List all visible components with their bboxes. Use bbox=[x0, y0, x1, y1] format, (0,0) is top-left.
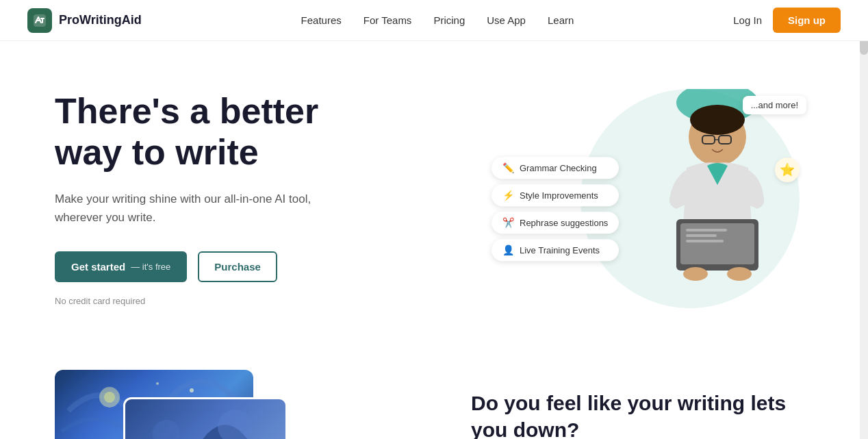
painting-overlay bbox=[123, 397, 288, 439]
svg-point-13 bbox=[727, 267, 752, 281]
hero-section: There's a better way to write Make your … bbox=[0, 41, 868, 342]
svg-rect-11 bbox=[686, 240, 724, 242]
scrollbar-track[interactable] bbox=[860, 0, 868, 439]
more-bubble: ...and more! bbox=[743, 96, 806, 114]
logo-area[interactable]: ProWritingAid bbox=[27, 8, 142, 33]
hero-right: ...and more! ⭐ ✏️ Grammar Checking ⚡ Sty… bbox=[485, 82, 813, 315]
svg-point-15 bbox=[104, 392, 115, 403]
second-section: My idea in my head Do you feel like your… bbox=[0, 342, 868, 439]
person-illustration bbox=[635, 89, 772, 308]
nav-right: Log In Sign up bbox=[733, 8, 841, 33]
navbar: ProWritingAid Features For Teams Pricing… bbox=[0, 0, 868, 41]
feature-card-grammar: ✏️ Grammar Checking bbox=[492, 157, 619, 179]
hero-left: There's a better way to write Make your … bbox=[55, 91, 438, 306]
nav-pricing[interactable]: Pricing bbox=[433, 14, 465, 26]
feature-cards: ✏️ Grammar Checking ⚡ Style Improvements… bbox=[492, 157, 619, 261]
svg-point-20 bbox=[218, 410, 252, 439]
hero-buttons: Get started — it's free Purchase bbox=[55, 251, 438, 282]
svg-point-18 bbox=[156, 382, 159, 385]
purchase-button[interactable]: Purchase bbox=[198, 251, 277, 282]
nav-for-teams[interactable]: For Teams bbox=[363, 14, 412, 26]
grammar-icon: ✏️ bbox=[502, 162, 514, 173]
feature-card-style: ⚡ Style Improvements bbox=[492, 184, 619, 206]
logo-icon bbox=[27, 8, 52, 33]
training-icon: 👤 bbox=[502, 244, 514, 255]
nav-use-app[interactable]: Use App bbox=[487, 14, 526, 26]
svg-point-3 bbox=[690, 105, 745, 135]
feature-card-training: 👤 Live Training Events bbox=[492, 239, 619, 261]
style-icon: ⚡ bbox=[502, 190, 514, 201]
svg-rect-10 bbox=[686, 234, 717, 237]
hero-subtitle: Make your writing shine with our all-in-… bbox=[55, 190, 329, 227]
nav-learn[interactable]: Learn bbox=[548, 14, 574, 26]
login-link[interactable]: Log In bbox=[733, 14, 762, 26]
svg-point-16 bbox=[190, 388, 194, 392]
second-left: My idea in my head bbox=[55, 370, 383, 439]
get-started-button[interactable]: Get started — it's free bbox=[55, 251, 187, 282]
nav-links: Features For Teams Pricing Use App Learn bbox=[301, 14, 574, 27]
nav-features[interactable]: Features bbox=[301, 14, 342, 26]
feature-card-rephrase: ✂️ Rephrase suggestions bbox=[492, 212, 619, 234]
svg-rect-9 bbox=[686, 229, 727, 231]
signup-button[interactable]: Sign up bbox=[773, 8, 841, 33]
second-right: Do you feel like your writing lets you d… bbox=[471, 390, 813, 439]
star-badge: ⭐ bbox=[775, 158, 800, 182]
hero-title: There's a better way to write bbox=[55, 91, 438, 173]
second-section-title: Do you feel like your writing lets you d… bbox=[471, 390, 813, 439]
rephrase-icon: ✂️ bbox=[502, 217, 514, 228]
no-credit-text: No credit card required bbox=[55, 296, 438, 306]
svg-point-19 bbox=[153, 420, 180, 439]
svg-point-12 bbox=[683, 267, 708, 281]
image-stack: My idea in my head bbox=[55, 370, 288, 439]
brand-name: ProWritingAid bbox=[59, 13, 142, 27]
